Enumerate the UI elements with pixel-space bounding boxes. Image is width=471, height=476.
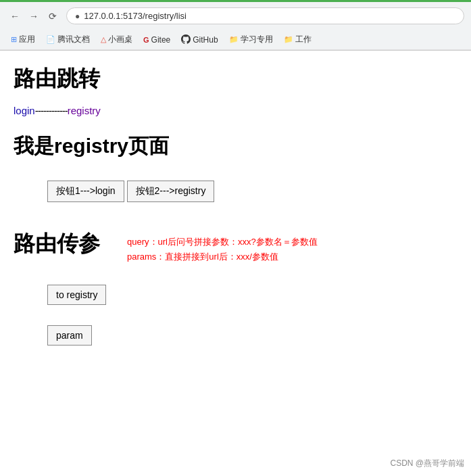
section3-title: 路由传参: [14, 229, 100, 259]
bookmark-work-label: 工作: [295, 34, 312, 45]
address-bar[interactable]: ●: [66, 7, 464, 24]
page-content: 路由跳转 login ------------ registry 我是regis…: [0, 51, 471, 379]
work-icon: 📁: [284, 35, 293, 44]
nav-separator: ------------: [35, 105, 68, 116]
section3-container: 路由传参 query：url后问号拼接参数：xxx?参数名＝参数值 params…: [14, 229, 457, 264]
bookmark-gitee-label: Gitee: [151, 35, 171, 45]
bookmark-xiaohuazhuo[interactable]: △ 小画桌: [97, 32, 137, 47]
bookmark-tencent-label: 腾讯文档: [57, 34, 90, 45]
github-icon: [181, 34, 191, 45]
bookmark-tencent[interactable]: 📄 腾讯文档: [42, 32, 94, 47]
info-line2: params：直接拼接到url后：xxx/参数值: [127, 249, 318, 264]
button1-login[interactable]: 按钮1--->login: [47, 181, 124, 202]
lock-icon: ●: [75, 11, 80, 21]
param-row: param: [47, 325, 457, 346]
browser-chrome: ← → ⟳ ● ⊞ 应用 📄 腾讯文档 △ 小画桌 G Gitee: [0, 2, 471, 51]
bookmark-xiaohuazhuo-label: 小画桌: [108, 34, 132, 45]
apps-icon: ⊞: [11, 35, 17, 44]
bookmark-work[interactable]: 📁 工作: [280, 32, 316, 47]
bookmark-study-label: 学习专用: [241, 34, 273, 45]
bookmark-gitee[interactable]: G Gitee: [139, 34, 174, 46]
nav-buttons: ← → ⟳: [7, 8, 61, 24]
url-input[interactable]: [84, 11, 455, 21]
bookmark-github[interactable]: GitHub: [177, 33, 222, 47]
section1-title: 路由跳转: [14, 64, 457, 94]
button2-registry[interactable]: 按钮2--->registry: [127, 181, 215, 202]
registry-link[interactable]: registry: [68, 105, 101, 116]
tencent-icon: 📄: [46, 35, 55, 44]
bookmark-github-label: GitHub: [193, 35, 218, 45]
to-registry-row: to registry: [47, 285, 457, 305]
param-button[interactable]: param: [47, 325, 92, 346]
bookmarks-bar: ⊞ 应用 📄 腾讯文档 △ 小画桌 G Gitee GitHub 📁 学习专用 …: [0, 30, 471, 50]
gitee-icon: G: [143, 36, 149, 44]
back-button[interactable]: ←: [7, 8, 23, 24]
login-link[interactable]: login: [14, 105, 35, 116]
xiaohuazhuo-icon: △: [101, 35, 106, 44]
watermark: CSDN @燕哥学前端: [390, 458, 464, 469]
reload-button[interactable]: ⟳: [45, 8, 61, 24]
nav-links: login ------------ registry: [14, 105, 457, 116]
forward-button[interactable]: →: [26, 8, 42, 24]
bookmark-study[interactable]: 📁 学习专用: [225, 32, 277, 47]
buttons-row: 按钮1--->login 按钮2--->registry: [47, 181, 457, 202]
section2-title: 我是registry页面: [14, 133, 457, 160]
info-line1: query：url后问号拼接参数：xxx?参数名＝参数值: [127, 235, 318, 249]
route-param-info: query：url后问号拼接参数：xxx?参数名＝参数值 params：直接拼接…: [127, 229, 318, 264]
bookmark-apps[interactable]: ⊞ 应用: [7, 32, 39, 47]
bookmark-apps-label: 应用: [19, 34, 35, 45]
to-registry-button[interactable]: to registry: [47, 285, 106, 305]
study-icon: 📁: [229, 35, 239, 44]
browser-toolbar: ← → ⟳ ●: [0, 2, 471, 30]
